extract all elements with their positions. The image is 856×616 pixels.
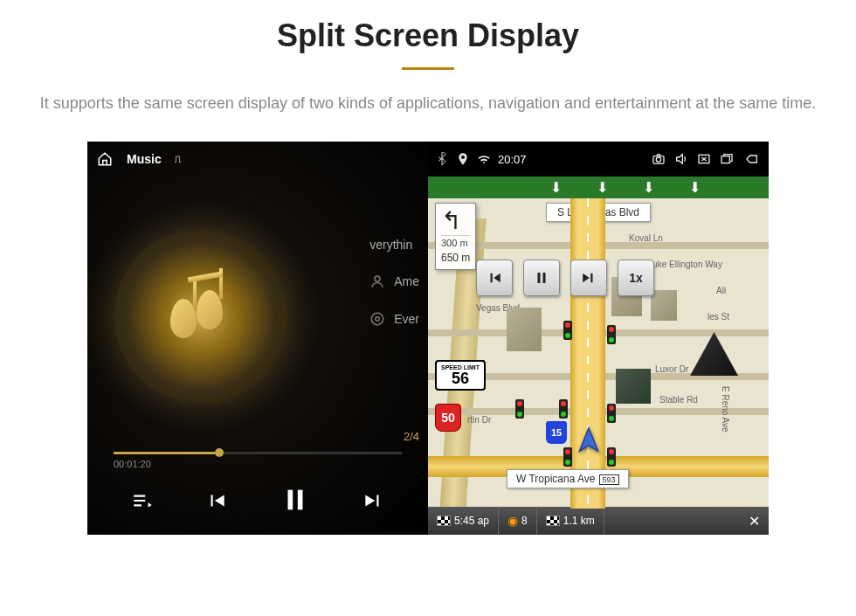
svg-point-0	[375, 276, 380, 281]
person-icon	[369, 273, 385, 289]
progress-bar[interactable]: 00:01:20	[114, 452, 402, 469]
track-album-row: Ever	[369, 311, 419, 327]
home-icon[interactable]	[96, 151, 114, 167]
close-window-icon[interactable]	[697, 152, 711, 166]
playlist-button[interactable]	[131, 489, 154, 517]
volume-icon[interactable]	[674, 152, 688, 166]
sim-prev-button[interactable]	[476, 260, 513, 296]
us-route-shield: 50	[435, 404, 461, 432]
traffic-light-icon	[607, 447, 616, 467]
wifi-icon	[477, 152, 491, 166]
arrow-down-icon: ⬇	[643, 179, 654, 196]
multitask-icon[interactable]	[720, 152, 734, 166]
svg-point-6	[656, 157, 660, 162]
nav-bottom-bar: 5:45 ap ◉ 8 1.1 km ✕	[428, 507, 769, 535]
svg-rect-8	[721, 156, 729, 163]
turn-instruction: ↰ 300 m 650 m	[435, 203, 476, 270]
track-artist: Ame	[394, 274, 419, 288]
traffic-light-icon	[563, 321, 572, 340]
street-label: Duke Ellington Way	[646, 260, 722, 269]
pause-button[interactable]	[280, 485, 310, 522]
street-label: Luxor Dr	[655, 364, 688, 374]
street-label: E Reno Ave	[721, 386, 730, 433]
location-icon	[456, 152, 470, 166]
page-title: Split Screen Display	[0, 17, 856, 54]
lane-guidance-bar: ⬇ ⬇ ⬇ ⬇	[428, 176, 769, 198]
prev-button[interactable]	[205, 489, 228, 517]
track-artist-row: Ame	[369, 273, 419, 289]
traffic-light-icon	[607, 325, 616, 344]
close-icon: ✕	[749, 513, 760, 529]
track-album: Ever	[394, 312, 419, 326]
usb-icon: ⎍	[175, 153, 181, 165]
eta-cell[interactable]: 5:45 ap	[428, 507, 499, 535]
track-index: 2/4	[404, 430, 419, 443]
navigation-panel: 20:07 ⬇ ⬇ ⬇ ⬇ S Las Vegas Blvd ↰ 300 m	[428, 142, 769, 535]
svg-rect-10	[543, 273, 546, 283]
traffic-light-icon	[559, 399, 568, 419]
back-icon[interactable]	[742, 152, 762, 166]
current-position-cursor	[575, 426, 603, 457]
album-art	[114, 229, 288, 404]
bluetooth-icon	[435, 152, 449, 166]
arrow-down-icon: ⬇	[550, 179, 562, 196]
page-description: It supports the same screen display of t…	[0, 92, 856, 142]
street-label: les St	[708, 312, 729, 322]
music-note-icon	[197, 290, 223, 329]
street-label: Ali	[716, 286, 726, 295]
sim-next-button[interactable]	[570, 260, 607, 296]
turn-distance-small: 300 m	[441, 235, 470, 248]
title-underline	[402, 67, 454, 70]
warning-icon: ◉	[507, 514, 518, 528]
time-elapsed: 00:01:20	[114, 459, 151, 469]
turn-distance-big: 650 m	[441, 252, 470, 264]
traffic-light-icon	[515, 399, 524, 419]
street-label: Koval Ln	[629, 233, 663, 243]
street-label: Stable Rd	[659, 395, 698, 405]
flag-icon	[546, 516, 560, 526]
traffic-light-icon	[563, 447, 572, 467]
svg-rect-9	[538, 273, 541, 283]
track-title: verythin	[369, 238, 412, 252]
track-title-row: verythin	[369, 238, 419, 252]
distance-cell[interactable]: 1.1 km	[537, 507, 604, 535]
speed-limit-sign: SPEED LIMIT 56	[435, 360, 486, 391]
info-cell[interactable]: ◉ 8	[499, 507, 537, 535]
next-street-label: W Tropicana Ave593	[507, 469, 629, 488]
music-app-label: Music	[127, 152, 162, 166]
music-panel: Music ⎍ verythin Ame Ever 2/4	[87, 142, 428, 535]
sim-speed-button[interactable]: 1x	[618, 260, 654, 296]
arrow-down-icon: ⬇	[597, 179, 608, 196]
music-note-icon	[170, 299, 197, 338]
next-button[interactable]	[362, 489, 384, 517]
music-topbar: Music ⎍	[87, 142, 428, 176]
street-label: rtin Dr	[467, 415, 491, 425]
svg-point-1	[371, 313, 383, 325]
traffic-light-icon	[607, 404, 616, 423]
clock: 20:07	[498, 153, 527, 166]
camera-icon[interactable]	[652, 152, 666, 166]
svg-rect-3	[287, 490, 293, 510]
svg-point-2	[376, 317, 380, 322]
split-screen-device: Music ⎍ verythin Ame Ever 2/4	[87, 142, 769, 535]
close-nav-button[interactable]: ✕	[740, 507, 769, 535]
sim-pause-button[interactable]	[523, 260, 560, 296]
highlighted-route	[570, 198, 605, 509]
interstate-shield: 15	[546, 421, 567, 444]
flag-icon	[437, 516, 451, 526]
turn-left-icon: ↰	[441, 209, 470, 233]
status-bar: 20:07	[428, 142, 769, 176]
svg-rect-4	[298, 490, 303, 510]
arrow-down-icon: ⬇	[689, 179, 701, 196]
disc-icon	[369, 311, 385, 327]
